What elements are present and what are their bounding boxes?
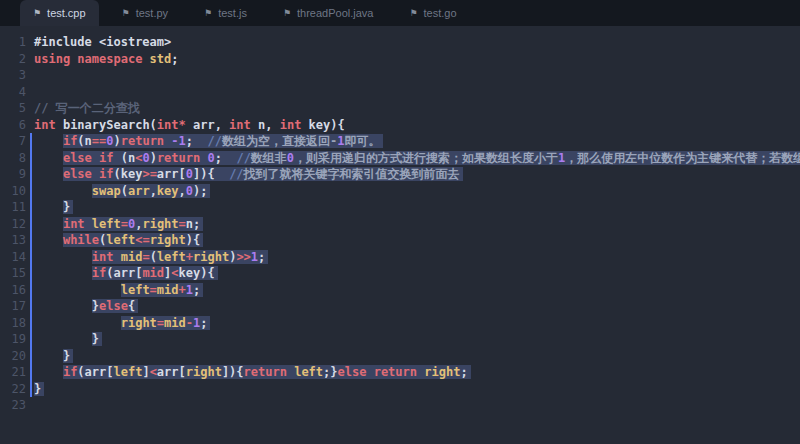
code-line[interactable]: 16 left=mid+1; (0, 282, 800, 299)
code-line[interactable]: 12 int left=0,right=n; (0, 216, 800, 233)
code-line[interactable]: 4 (0, 84, 800, 101)
line-number: 22 (0, 381, 26, 398)
line-number: 17 (0, 298, 26, 315)
line-content: if(arr[left]<arr[right]){return left;}el… (34, 365, 471, 379)
tab-test-go[interactable]: ⚑test.go (396, 0, 469, 26)
line-content: } (34, 349, 73, 363)
code-area: 1#include <iostream>2using namespace std… (0, 34, 800, 414)
line-content: using namespace std; (34, 52, 179, 66)
line-number: 6 (0, 117, 26, 134)
selected-text: else if(key>=arr[0]){ //找到了就将关键字和索引值交换到前… (63, 167, 463, 181)
line-number: 14 (0, 249, 26, 266)
line-number: 2 (0, 51, 26, 68)
line-content: swap(arr,key,0); (34, 184, 210, 198)
selected-text: if(arr[left]<arr[right]){return left;}el… (63, 365, 471, 379)
line-content: if(n==0)return -1; //数组为空，直接返回-1即可。 (34, 134, 383, 148)
selected-text: } (63, 349, 73, 363)
code-line[interactable]: 14 int mid=(left+right)>>1; (0, 249, 800, 266)
selected-text: if(arr[mid]<key){ (92, 266, 218, 280)
tab-label: test.cpp (47, 7, 86, 19)
line-number: 10 (0, 183, 26, 200)
selected-text: } (34, 382, 44, 396)
code-line[interactable]: 22} (0, 381, 800, 398)
tab-bar: ⚑test.cpp⚑test.py⚑test.js⚑threadPool.jav… (0, 0, 800, 26)
code-line[interactable]: 1#include <iostream> (0, 34, 800, 51)
line-content: left=mid+1; (34, 283, 203, 297)
tab-label: test.go (424, 7, 457, 19)
line-number: 4 (0, 84, 26, 101)
tab-test-py[interactable]: ⚑test.py (109, 0, 181, 26)
selected-text: int mid=(left+right)>>1; (92, 250, 269, 264)
code-line[interactable]: 10 swap(arr,key,0); (0, 183, 800, 200)
selected-text: }else{ (92, 299, 138, 313)
line-content: }else{ (34, 299, 138, 313)
line-number: 16 (0, 282, 26, 299)
code-line[interactable]: 7 if(n==0)return -1; //数组为空，直接返回-1即可。 (0, 133, 800, 150)
line-content: int mid=(left+right)>>1; (34, 250, 268, 264)
line-content: right=mid-1; (34, 316, 210, 330)
line-number: 18 (0, 315, 26, 332)
code-editor-window: ⚑test.cpp⚑test.py⚑test.js⚑threadPool.jav… (0, 0, 800, 444)
tab-threadPool-java[interactable]: ⚑threadPool.java (270, 0, 387, 26)
code-line[interactable]: 18 right=mid-1; (0, 315, 800, 332)
line-content: int binarySearch(int* arr, int n, int ke… (34, 118, 345, 132)
code-line[interactable]: 17 }else{ (0, 298, 800, 315)
line-number: 19 (0, 331, 26, 348)
line-number: 8 (0, 150, 26, 167)
line-number: 3 (0, 67, 26, 84)
tab-test-js[interactable]: ⚑test.js (191, 0, 260, 26)
code-line[interactable]: 2using namespace std; (0, 51, 800, 68)
editor-pane[interactable]: 1#include <iostream>2using namespace std… (0, 26, 800, 444)
selected-text: left=mid+1; (121, 283, 204, 297)
flag-icon: ⚑ (204, 9, 212, 18)
flag-icon: ⚑ (33, 9, 41, 18)
line-number: 9 (0, 166, 26, 183)
line-number: 7 (0, 133, 26, 150)
flag-icon: ⚑ (122, 9, 130, 18)
selected-text: int left=0,right=n; (63, 217, 203, 231)
line-number: 5 (0, 100, 26, 117)
selected-text: swap(arr,key,0); (92, 184, 211, 198)
tab-label: test.py (136, 7, 168, 19)
selected-text: else if (n<0)return 0; //数组非0，则采用递归的方式进行… (63, 151, 800, 165)
code-line[interactable]: 11 } (0, 199, 800, 216)
line-content: if(arr[mid]<key){ (34, 266, 218, 280)
line-content: int left=0,right=n; (34, 217, 203, 231)
line-content: } (34, 382, 44, 396)
code-line[interactable]: 3 (0, 67, 800, 84)
code-line[interactable]: 6int binarySearch(int* arr, int n, int k… (0, 117, 800, 134)
line-number: 20 (0, 348, 26, 365)
code-line[interactable]: 20 } (0, 348, 800, 365)
line-number: 23 (0, 397, 26, 414)
code-line[interactable]: 13 while(left<=right){ (0, 232, 800, 249)
code-line[interactable]: 19 } (0, 331, 800, 348)
code-line[interactable]: 5// 写一个二分查找 (0, 100, 800, 117)
line-number: 12 (0, 216, 26, 233)
tab-label: threadPool.java (297, 7, 373, 19)
selected-text: right=mid-1; (121, 316, 211, 330)
line-content: else if(key>=arr[0]){ //找到了就将关键字和索引值交换到前… (34, 167, 463, 181)
line-content: } (34, 332, 102, 346)
line-content: else if (n<0)return 0; //数组非0，则采用递归的方式进行… (34, 151, 800, 165)
code-line[interactable]: 15 if(arr[mid]<key){ (0, 265, 800, 282)
line-number: 1 (0, 34, 26, 51)
line-content: } (34, 200, 73, 214)
line-number: 11 (0, 199, 26, 216)
tab-test-cpp[interactable]: ⚑test.cpp (20, 0, 99, 26)
code-line[interactable]: 23 (0, 397, 800, 414)
selection-indent-guide (30, 133, 32, 397)
line-number: 15 (0, 265, 26, 282)
line-number: 13 (0, 232, 26, 249)
flag-icon: ⚑ (409, 9, 417, 18)
code-line[interactable]: 8 else if (n<0)return 0; //数组非0，则采用递归的方式… (0, 150, 800, 167)
selected-text: } (92, 332, 102, 346)
tab-label: test.js (218, 7, 247, 19)
selected-text: } (63, 200, 73, 214)
code-line[interactable]: 9 else if(key>=arr[0]){ //找到了就将关键字和索引值交换… (0, 166, 800, 183)
line-content: while(left<=right){ (34, 233, 203, 247)
line-number: 21 (0, 364, 26, 381)
selected-text: while(left<=right){ (63, 233, 203, 247)
code-line[interactable]: 21 if(arr[left]<arr[right]){return left;… (0, 364, 800, 381)
flag-icon: ⚑ (283, 9, 291, 18)
line-content: // 写一个二分查找 (34, 101, 140, 115)
